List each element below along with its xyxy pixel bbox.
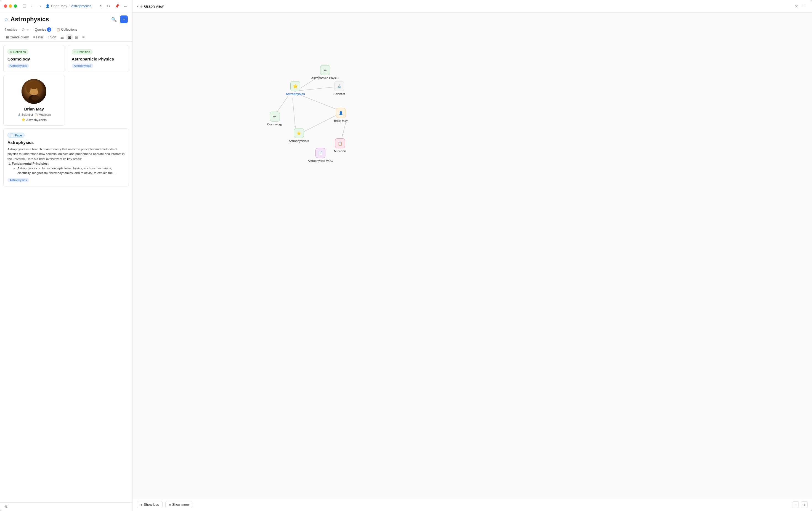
close-button[interactable] <box>4 4 7 8</box>
brian-may-avatar <box>22 79 47 104</box>
graph-node-scientist[interactable]: 🔬 Scientist <box>334 81 345 96</box>
breadcrumb-parent[interactable]: Brian May <box>51 4 67 8</box>
scientist-tag: 🔬 Scientist <box>18 113 33 116</box>
svg-line-12 <box>298 94 338 110</box>
graph-bottom: ⎈ Show less ⎈ Show more − + <box>133 498 812 511</box>
toolbar-left: 4 entries · ⊙ ≡ · Queries 1 📋 Collection… <box>4 27 128 33</box>
breadcrumb-current: Astrophysics <box>71 4 91 8</box>
left-panel: ☰ ← → 👤 Brian May / Astrophysics ↻ ✂ 📌 ·… <box>0 0 133 511</box>
refresh-icon[interactable]: ↻ <box>98 3 104 9</box>
create-query-icon: ⊞ <box>6 35 9 39</box>
scientist-label: Scientist <box>22 113 33 116</box>
musician-label: Musician <box>39 113 51 116</box>
astroparticle-badge: ◇ Definition <box>72 49 93 54</box>
astroparticle-tag[interactable]: Astrophysics <box>72 63 93 68</box>
zoom-out-button[interactable]: − <box>792 501 799 508</box>
page-badge: 📄 Page <box>7 133 25 138</box>
musician-node-icon: 📋 <box>335 138 345 148</box>
graph-more-icon[interactable]: ··· <box>801 3 808 10</box>
show-less-icon: ⎈ <box>141 503 142 507</box>
svg-line-15 <box>342 120 346 136</box>
sort-button[interactable]: ↕ Sort <box>46 34 58 40</box>
astrophysics-node-label: Astrophysics <box>286 92 305 96</box>
page-header: ◇ Astrophysics 🔍 + <box>0 12 132 25</box>
brian-may-node-label: Brian May <box>334 119 348 123</box>
view-table-button[interactable]: ⊟ <box>74 34 80 40</box>
svg-point-7 <box>31 95 39 101</box>
toolbar-view-icon2[interactable]: ≡ <box>27 27 29 32</box>
nav-icons: ☰ ← → <box>22 3 43 9</box>
show-more-icon: ⎈ <box>169 503 171 507</box>
view-outline-button[interactable]: ≡ <box>81 34 86 40</box>
graph-node-musician[interactable]: 📋 Musician <box>334 138 346 153</box>
page-icon-badge: 📄 <box>10 133 14 137</box>
hamburger-icon[interactable]: ☰ <box>22 3 27 9</box>
svg-line-13 <box>293 98 295 128</box>
collections-button[interactable]: 📋 Collections <box>55 27 79 32</box>
create-query-label: Create query <box>10 35 29 39</box>
musician-node-label: Musician <box>334 150 346 153</box>
graph-node-cosmology[interactable]: ✏ Cosmology <box>267 112 282 126</box>
minimize-button[interactable] <box>9 4 12 8</box>
cosmology-node-label: Cosmology <box>267 123 282 126</box>
collections-label: Collections <box>61 28 77 31</box>
svg-line-10 <box>276 96 288 113</box>
graph-zoom-controls: − + <box>792 501 808 508</box>
astrophysics-node-icon: ⭐ <box>290 81 300 91</box>
graph-chevron-icon[interactable]: ▾ <box>137 4 139 8</box>
cosmology-tag[interactable]: Astrophysics <box>7 63 29 68</box>
search-button[interactable]: 🔍 <box>110 16 118 23</box>
graph-node-astrophysics-moc[interactable]: 📄 Astrophysics MOC <box>308 148 333 162</box>
page-header-actions: 🔍 + <box>110 16 128 23</box>
graph-node-brian-may[interactable]: 👤 Brian May <box>334 108 348 123</box>
cosmology-card[interactable]: ◇ Definition Cosmology Astrophysics <box>3 45 65 72</box>
zoom-in-button[interactable]: + <box>801 501 808 508</box>
forward-icon[interactable]: → <box>37 3 43 9</box>
brian-may-card[interactable]: Brian May 🔬 Scientist 📋 Musician ⭐ Astro… <box>3 75 65 126</box>
page-diamond-icon: ◇ <box>4 17 8 22</box>
show-less-button[interactable]: ⎈ Show less <box>137 501 163 508</box>
show-more-button[interactable]: ⎈ Show more <box>165 501 193 508</box>
scissors-icon[interactable]: ✂ <box>106 3 112 9</box>
view-grid-button[interactable]: ⊞ <box>66 34 72 40</box>
more-icon[interactable]: ··· <box>123 3 128 9</box>
astrophysicists-node-label: Astrophysicists <box>289 139 309 142</box>
astroparticle-card[interactable]: ◇ Definition Astroparticle Physics Astro… <box>68 45 129 72</box>
back-icon[interactable]: ← <box>29 3 35 9</box>
astrophysics-page-card[interactable]: 📄 Page Astrophysics Astrophysics is a br… <box>3 129 129 186</box>
astroparticle-definition-label: Definition <box>78 50 90 54</box>
view-list-button[interactable]: ☰ <box>59 34 65 40</box>
svg-line-11 <box>299 87 337 90</box>
add-button[interactable]: + <box>120 16 128 23</box>
toolbar-right: ⊞ Create query ≡ Filter ↕ Sort ☰ ⊞ ⊟ ≡ <box>4 34 86 40</box>
collections-icon: 📋 <box>56 28 60 31</box>
create-query-button[interactable]: ⊞ Create query <box>4 34 30 40</box>
astroparticle-node-label: Astroparticle Physi... <box>311 76 339 80</box>
queries-button[interactable]: Queries 1 <box>33 27 53 33</box>
pin-icon[interactable]: 📌 <box>114 3 121 9</box>
graph-node-astroparticle[interactable]: ✏ Astroparticle Physi... <box>311 65 339 80</box>
graph-node-astrophysicists[interactable]: ⭐ Astrophysicists <box>289 128 309 142</box>
queries-badge: 1 <box>47 27 51 32</box>
graph-header-actions: ✕ ··· <box>793 3 808 10</box>
graph-node-astrophysics[interactable]: ⭐ Astrophysics <box>286 81 305 96</box>
astrophysicists-node-icon: ⭐ <box>294 128 304 138</box>
graph-bottom-actions: ⎈ Show less ⎈ Show more <box>137 501 192 508</box>
astrophysics-page-tag[interactable]: Astrophysics <box>7 178 29 182</box>
svg-point-4 <box>26 83 31 93</box>
scientist-node-icon: 🔬 <box>334 81 344 91</box>
astrophysics-moc-node-icon: 📄 <box>316 148 325 158</box>
brian-may-tags: 🔬 Scientist 📋 Musician <box>18 113 51 116</box>
astrophysics-page-title: Astrophysics <box>7 140 125 145</box>
astrophysics-page-body: Astrophysics is a branch of astronomy th… <box>7 147 125 176</box>
entries-count: 4 entries <box>4 28 17 31</box>
show-less-label: Show less <box>144 503 159 507</box>
maximize-button[interactable] <box>14 4 17 8</box>
filter-button[interactable]: ≡ Filter <box>31 34 45 40</box>
toolbar-view-icon1[interactable]: ⊙ <box>22 27 25 32</box>
brian-astrophysicists-tag: ⭐ Astrophysicists <box>22 118 47 122</box>
graph-close-icon[interactable]: ✕ <box>793 3 800 10</box>
filter-label: Filter <box>36 35 44 39</box>
show-more-label: Show more <box>172 503 189 507</box>
definition-label: Definition <box>13 50 26 54</box>
